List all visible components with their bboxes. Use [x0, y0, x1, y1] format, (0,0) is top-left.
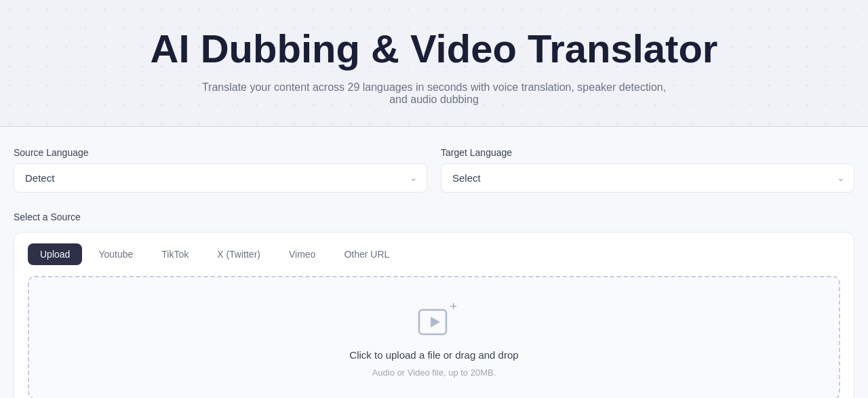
source-tabs: Upload Youtube TikTok X (Twitter) Vimeo …	[28, 243, 840, 265]
hero-subtitle: Translate your content across 29 languag…	[197, 81, 671, 106]
target-language-label: Target Language	[441, 147, 854, 158]
main-content: Source Language Detect ⌄ Target Language…	[0, 127, 868, 398]
svg-marker-1	[431, 317, 440, 327]
hero-section: AI Dubbing & Video Translator Translate …	[0, 0, 868, 126]
upload-drop-area[interactable]: + Click to upload a file or drag and dro…	[28, 276, 840, 398]
language-row: Source Language Detect ⌄ Target Language…	[14, 147, 854, 193]
upload-plus-icon: +	[450, 300, 457, 313]
upload-icon-wrapper: +	[416, 304, 452, 340]
tab-twitter[interactable]: X (Twitter)	[205, 243, 273, 265]
target-language-group: Target Language Select ⌄	[441, 147, 854, 193]
upload-main-text: Click to upload a file or drag and drop	[349, 349, 518, 361]
source-language-group: Source Language Detect ⌄	[14, 147, 427, 193]
tab-vimeo[interactable]: Vimeo	[277, 243, 328, 265]
upload-video-icon	[416, 304, 452, 340]
source-tabs-container: Upload Youtube TikTok X (Twitter) Vimeo …	[14, 232, 854, 398]
source-language-select[interactable]: Detect	[14, 163, 427, 193]
upload-sub-text: Audio or Video file, up to 20MB.	[372, 367, 496, 378]
tab-tiktok[interactable]: TikTok	[149, 243, 201, 265]
target-language-select-wrapper: Select ⌄	[441, 163, 854, 193]
tab-upload[interactable]: Upload	[28, 243, 82, 265]
source-language-label: Source Language	[14, 147, 427, 158]
tab-youtube[interactable]: Youtube	[86, 243, 145, 265]
source-section-label: Select a Source	[14, 212, 854, 222]
target-language-select[interactable]: Select	[441, 163, 854, 193]
source-section: Select a Source Upload Youtube TikTok X …	[14, 212, 854, 398]
tab-other-url[interactable]: Other URL	[332, 243, 401, 265]
page-title: AI Dubbing & Video Translator	[14, 27, 854, 71]
source-language-select-wrapper: Detect ⌄	[14, 163, 427, 193]
